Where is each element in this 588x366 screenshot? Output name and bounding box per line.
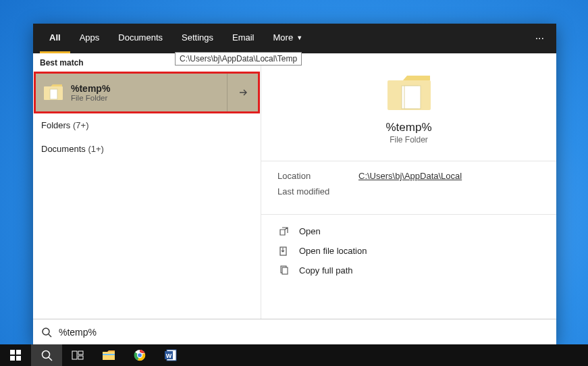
tab-more-label: More <box>273 32 294 43</box>
result-subtitle: File Folder <box>71 94 227 102</box>
folder-open-icon <box>277 246 290 256</box>
svg-rect-4 <box>404 86 421 109</box>
category-folders-count: (7+) <box>73 120 88 130</box>
results-list: Best match %temp% File Folder <box>33 53 261 319</box>
svg-line-15 <box>49 357 52 361</box>
tab-all[interactable]: All <box>40 24 70 53</box>
chevron-down-icon: ▼ <box>296 34 302 41</box>
action-open-file-location-label: Open file location <box>299 246 367 256</box>
open-icon <box>277 226 290 236</box>
folder-icon <box>36 84 71 101</box>
action-open-file-location[interactable]: Open file location <box>273 241 544 261</box>
tab-apps[interactable]: Apps <box>70 24 109 53</box>
svg-rect-1 <box>50 89 57 99</box>
copy-icon <box>277 265 290 276</box>
svg-rect-11 <box>16 350 21 355</box>
start-button[interactable] <box>0 344 31 366</box>
word-icon[interactable]: W <box>155 344 186 366</box>
taskbar: W <box>0 344 588 366</box>
meta-last-modified-label: Last modified <box>277 186 358 197</box>
tab-settings[interactable]: Settings <box>172 24 223 53</box>
tab-email[interactable]: Email <box>223 24 264 53</box>
svg-point-8 <box>43 328 49 335</box>
search-tabs: All Apps Documents Settings Email More ▼… <box>33 24 556 53</box>
result-item-temp-folder[interactable]: %temp% File Folder <box>34 72 260 113</box>
search-window: All Apps Documents Settings Email More ▼… <box>33 24 556 344</box>
svg-rect-19 <box>103 352 115 360</box>
svg-line-9 <box>49 334 51 337</box>
folder-icon-large <box>385 74 433 113</box>
action-open[interactable]: Open <box>273 221 544 241</box>
taskbar-search-button[interactable] <box>31 344 62 366</box>
category-documents-label: Documents <box>41 144 86 154</box>
tab-documents[interactable]: Documents <box>109 24 172 53</box>
task-view-button[interactable] <box>62 344 93 366</box>
chrome-icon[interactable] <box>124 344 155 366</box>
svg-rect-10 <box>10 350 15 355</box>
category-documents[interactable]: Documents (1+) <box>33 137 261 161</box>
tab-more[interactable]: More ▼ <box>264 24 313 53</box>
arrow-right-icon[interactable] <box>227 74 258 111</box>
svg-text:W: W <box>166 352 172 359</box>
meta-location-link[interactable]: C:\Users\bj\AppData\Local <box>358 171 462 181</box>
action-open-label: Open <box>299 226 321 236</box>
svg-point-22 <box>138 353 142 358</box>
category-folders[interactable]: Folders (7+) <box>33 113 261 137</box>
preview-title: %temp% <box>385 121 431 134</box>
svg-rect-12 <box>10 356 15 361</box>
overflow-menu-button[interactable]: ··· <box>529 24 551 53</box>
action-copy-full-path-label: Copy full path <box>299 265 353 276</box>
preview-pane: %temp% File Folder Location C:\Users\bj\… <box>261 53 556 319</box>
svg-rect-18 <box>78 356 83 359</box>
result-title: %temp% <box>71 83 227 94</box>
file-explorer-icon[interactable] <box>93 344 124 366</box>
meta-location-label: Location <box>277 171 358 181</box>
search-box <box>33 319 556 344</box>
search-icon <box>41 327 52 338</box>
category-documents-count: (1+) <box>88 144 103 154</box>
search-input[interactable] <box>59 327 548 338</box>
path-tooltip: C:\Users\bj\AppData\Local\Temp <box>175 52 302 66</box>
svg-rect-20 <box>103 354 115 355</box>
category-folders-label: Folders <box>41 120 70 130</box>
preview-subtitle: File Folder <box>390 135 428 145</box>
action-copy-full-path[interactable]: Copy full path <box>273 261 544 280</box>
svg-rect-16 <box>72 351 77 359</box>
svg-rect-7 <box>282 267 288 274</box>
svg-point-14 <box>42 350 49 358</box>
svg-rect-17 <box>78 351 83 355</box>
svg-rect-13 <box>16 356 21 361</box>
